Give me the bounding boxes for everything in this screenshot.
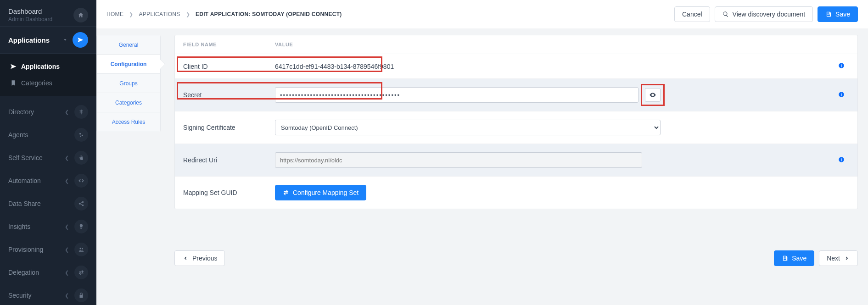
button-label: Previous	[192, 255, 217, 262]
signing-certificate-select[interactable]: Somtoday (OpenID Connect)	[275, 120, 661, 135]
button-label: Configure Mapping Set	[293, 189, 358, 196]
sidebar-subitem-applications[interactable]: Applications	[0, 58, 96, 75]
sidebar-section-applications[interactable]: Applications	[0, 26, 96, 54]
info-icon[interactable]	[838, 62, 845, 69]
form-subnav: General Configuration Groups Categories …	[96, 35, 161, 132]
view-discovery-button[interactable]: View discovery document	[715, 6, 813, 22]
arrow-right-icon	[844, 255, 850, 261]
subnav-general[interactable]: General	[97, 35, 160, 55]
info-icon[interactable]	[838, 91, 845, 98]
sidebar-item-self-service[interactable]: Self Service ❮	[0, 146, 96, 169]
sitemap-icon	[74, 105, 88, 119]
svg-point-2	[80, 136, 81, 137]
applications-fab-icon[interactable]	[73, 32, 88, 48]
search-icon	[722, 11, 729, 17]
hand-icon	[74, 151, 88, 165]
chevron-right-icon: ❯	[129, 11, 133, 17]
row-signing-certificate: Signing Certificate Somtoday (OpenID Con…	[175, 111, 857, 144]
sidebar-item-automation[interactable]: Automation ❮	[0, 169, 96, 192]
save-button-bottom[interactable]: Save	[774, 250, 814, 266]
cogs-icon	[74, 128, 88, 142]
sidebar-item-label: Automation	[8, 177, 41, 184]
chevron-left-icon: ❮	[65, 109, 69, 115]
sidebar-dashboard-title[interactable]: Dashboard	[8, 7, 52, 15]
save-button-top[interactable]: Save	[818, 6, 858, 22]
button-label: Next	[827, 255, 840, 262]
field-label: Signing Certificate	[175, 111, 267, 144]
chevron-left-icon: ❮	[65, 155, 69, 161]
sidebar-item-label: Directory	[8, 108, 34, 116]
button-label: Save	[835, 11, 850, 18]
previous-button[interactable]: Previous	[174, 250, 225, 266]
th-field-name: FIELD NAME	[175, 35, 267, 54]
config-table: FIELD NAME VALUE Client ID 6417c1dd-ef91…	[174, 35, 858, 209]
breadcrumb-current: EDIT APPLICATION: SOMTODAY (OPENID CONNE…	[196, 11, 342, 17]
sidebar-item-delegation[interactable]: Delegation ❮	[0, 261, 96, 284]
cancel-button[interactable]: Cancel	[674, 6, 710, 22]
sidebar-item-label: Data Share	[8, 200, 41, 207]
info-icon[interactable]	[838, 156, 845, 163]
lock-icon	[74, 288, 88, 302]
sidebar-section-label: Applications	[8, 36, 50, 44]
next-button[interactable]: Next	[819, 250, 858, 266]
bookmark-icon	[10, 80, 17, 86]
client-id-value: 6417c1dd-ef91-4483-b134-8789546f9801	[275, 63, 394, 70]
field-label: Mapping Set GUID	[175, 177, 267, 209]
chevron-left-icon: ❮	[65, 247, 69, 253]
field-label: Redirect Uri	[175, 144, 267, 177]
row-client-id: Client ID 6417c1dd-ef91-4483-b134-878954…	[175, 54, 857, 79]
users-icon	[74, 243, 88, 256]
sidebar-item-label: Delegation	[8, 269, 39, 276]
breadcrumb-applications[interactable]: APPLICATIONS	[139, 11, 180, 17]
home-icon[interactable]	[73, 8, 88, 22]
sidebar-item-label: Insights	[8, 223, 30, 230]
sidebar-nav: Directory ❮ Agents Self Service ❮ Automa…	[0, 96, 96, 305]
sidebar-item-label: Provisioning	[8, 246, 43, 253]
sidebar-item-directory[interactable]: Directory ❮	[0, 100, 96, 123]
exchange-icon	[283, 189, 289, 196]
sidebar-dashboard-subtitle: Admin Dashboard	[8, 16, 52, 22]
secret-input[interactable]	[275, 87, 638, 103]
sidebar-subitem-label: Applications	[21, 63, 60, 70]
sidebar-subitem-label: Categories	[21, 79, 52, 87]
toggle-secret-visibility[interactable]	[645, 88, 661, 102]
sidebar-item-security[interactable]: Security ❮	[0, 284, 96, 305]
sidebar-item-provisioning[interactable]: Provisioning ❮	[0, 238, 96, 261]
row-secret: Secret	[175, 79, 857, 111]
chevron-left-icon: ❮	[65, 270, 69, 276]
sidebar-item-label: Agents	[8, 131, 28, 139]
breadcrumb: HOME ❯ APPLICATIONS ❯ EDIT APPLICATION: …	[106, 11, 342, 17]
chevron-left-icon: ❮	[65, 178, 69, 184]
sidebar: Dashboard Admin Dashboard Applications	[0, 0, 96, 305]
code-icon	[74, 174, 88, 188]
share-icon	[74, 197, 88, 211]
subnav-categories[interactable]: Categories	[97, 93, 160, 112]
sidebar-subitem-categories[interactable]: Categories	[0, 75, 96, 91]
eye-icon	[649, 91, 656, 99]
lightbulb-icon	[74, 220, 88, 233]
row-mapping-set-guid: Mapping Set GUID Configure Mapping Set	[175, 177, 857, 209]
button-label: Save	[792, 255, 806, 262]
svg-point-7	[82, 248, 83, 250]
send-icon	[10, 63, 17, 70]
sidebar-item-agents[interactable]: Agents	[0, 123, 96, 146]
sidebar-item-data-share[interactable]: Data Share	[0, 192, 96, 215]
sidebar-item-label: Security	[8, 292, 32, 299]
configure-mapping-set-button[interactable]: Configure Mapping Set	[275, 185, 366, 200]
arrow-left-icon	[182, 255, 189, 261]
sidebar-item-label: Self Service	[8, 154, 43, 161]
svg-point-1	[82, 135, 83, 136]
field-label: Secret	[175, 79, 267, 111]
chevron-left-icon: ❮	[65, 293, 69, 299]
subnav-configuration[interactable]: Configuration	[97, 55, 160, 74]
field-label: Client ID	[175, 54, 267, 79]
breadcrumb-home[interactable]: HOME	[106, 11, 123, 17]
chevron-right-icon: ❯	[186, 11, 190, 17]
sidebar-item-insights[interactable]: Insights ❮	[0, 215, 96, 238]
subnav-access-rules[interactable]: Access Rules	[97, 112, 160, 132]
redirect-uri-input[interactable]	[275, 152, 642, 168]
transfer-icon	[74, 266, 88, 279]
svg-point-0	[79, 133, 81, 135]
topbar: HOME ❯ APPLICATIONS ❯ EDIT APPLICATION: …	[96, 0, 868, 28]
subnav-groups[interactable]: Groups	[97, 74, 160, 93]
